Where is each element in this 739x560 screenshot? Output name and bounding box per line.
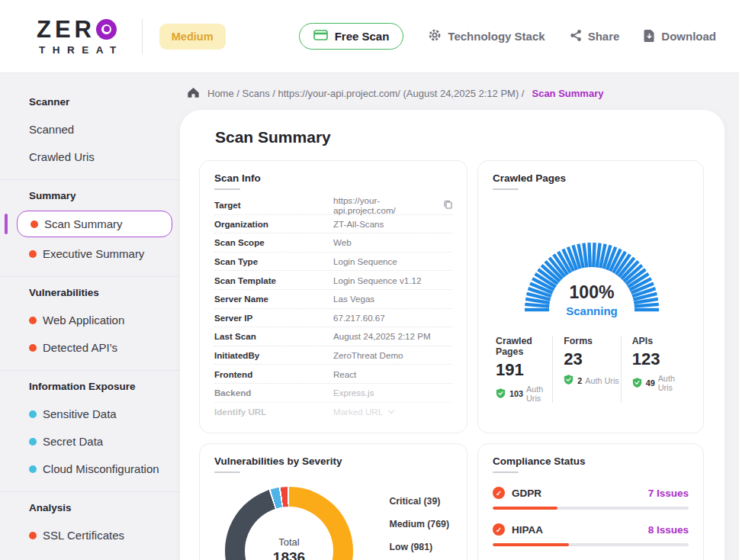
sidebar-item-ssl-certificates[interactable]: SSL Certificates: [0, 523, 180, 548]
sidebar-divider: [0, 370, 180, 371]
severity-donut-chart: Total 1836: [225, 487, 353, 560]
scan-summary-container: Scan Summary Scan Info Target https://yo…: [180, 110, 725, 560]
scan-info-row-scan-type: Scan Type Login Sequence: [214, 253, 452, 272]
shield-check-icon: [496, 388, 506, 401]
scan-info-row-scan-template: Scan Template Login Sequence v1.12: [214, 271, 452, 290]
severity-legend: Critical (39) Medium (769) Low (981) Inf…: [389, 487, 452, 560]
stat-apis: APIs 123 49 Auth Uris: [621, 336, 689, 403]
app-root: ZER THREAT Medium Free Scan Technology S…: [0, 0, 739, 560]
chevron-down-icon[interactable]: [388, 407, 394, 414]
sidebar-item-detected-apis[interactable]: Detected API’s: [0, 335, 180, 360]
gear-icon: [428, 28, 442, 44]
shield-check-icon: [632, 377, 643, 390]
sidebar-heading-information-exposure: Information Exposure: [0, 381, 180, 392]
donut-center: Total 1836: [245, 507, 333, 560]
sidebar-heading-scanner: Scanner: [0, 96, 180, 108]
sidebar: Scanner Scanned Crawled Uris Summary Sca…: [0, 73, 180, 560]
breadcrumb-path[interactable]: Home / Scans / https://your-api.project.…: [207, 88, 524, 99]
scan-info-row-target: Target https://your-api.project.com/: [214, 196, 452, 215]
gdpr-issues-link[interactable]: 7 Issues: [648, 488, 689, 499]
risk-level-badge: Medium: [159, 24, 226, 50]
sidebar-item-scan-summary[interactable]: Scan Summary: [17, 211, 172, 237]
compliance-status-card: Compliance Status ✓ GDPR 7 Issues: [477, 443, 704, 560]
scan-progress-gauge: 100% Scanning: [493, 205, 691, 317]
compliance-row-hipaa: ✓ HIPAA 8 Issues: [493, 523, 689, 546]
scan-info-row-last-scan: Last Scan August 24,2025 2:12 PM: [214, 327, 452, 346]
scan-info-row-server-ip: Server IP 67.217.60.67: [214, 309, 452, 328]
scan-info-row-initiated-by: InitiatedBy ZeroThreat Demo: [214, 346, 452, 365]
sidebar-divider: [0, 276, 180, 277]
top-bar: ZER THREAT Medium Free Scan Technology S…: [0, 0, 739, 73]
page-title: Scan Summary: [215, 128, 705, 146]
sidebar-item-cloud-misconfiguration[interactable]: Cloud Misconfiguration: [0, 456, 180, 481]
sidebar-divider: [0, 179, 180, 180]
sidebar-item-secret-data[interactable]: Secret Data: [0, 429, 180, 454]
sidebar-item-crawled-uris[interactable]: Crawled Uris: [0, 144, 180, 169]
title-underline: [493, 471, 519, 473]
hipaa-progress-bar: [493, 543, 689, 546]
scan-info-card: Scan Info Target https://your-api.projec…: [199, 160, 467, 433]
cyan-dot-icon: [29, 438, 37, 446]
header-actions: Free Scan Technology Stack Share Downloa…: [299, 23, 716, 50]
check-circle-icon: ✓: [493, 523, 505, 536]
logo-text-threat: THREAT: [37, 44, 124, 56]
title-underline: [214, 188, 240, 190]
red-dot-icon: [29, 344, 37, 352]
sidebar-item-executive-summary[interactable]: Executive Summary: [0, 241, 180, 266]
gauge-percent: 100%: [493, 282, 691, 303]
severity-title: Vulnerabilities by Severity: [214, 455, 452, 467]
sidebar-heading-analysis: Analysis: [0, 502, 180, 513]
red-dot-icon: [29, 532, 37, 539]
logo-target-icon: [96, 19, 117, 40]
download-button[interactable]: Download: [644, 29, 716, 44]
zerothreat-logo[interactable]: ZER THREAT: [37, 18, 124, 56]
content-area: Scanner Scanned Crawled Uris Summary Sca…: [0, 73, 739, 560]
gdpr-progress-bar: [493, 507, 689, 510]
copy-icon[interactable]: [444, 200, 452, 211]
home-icon[interactable]: [187, 86, 200, 101]
sidebar-item-sensitive-data[interactable]: Sensitive Data: [0, 401, 180, 426]
credit-card-icon: [313, 30, 328, 43]
sidebar-item-scanned[interactable]: Scanned: [0, 117, 180, 142]
logo-text-zer: ZER: [37, 18, 95, 41]
severity-body: Total 1836 Critical (39) Medium (769) Lo…: [214, 487, 452, 560]
red-dot-icon: [31, 220, 38, 228]
gauge-center: 100% Scanning: [493, 282, 691, 317]
scan-info-row-server-name: Server Name Las Vegas: [214, 290, 452, 309]
free-scan-button[interactable]: Free Scan: [299, 23, 404, 50]
compliance-row-gdpr: ✓ GDPR 7 Issues: [493, 487, 689, 510]
legend-low: Low (981): [389, 542, 449, 552]
header-divider: [142, 19, 143, 54]
hipaa-issues-link[interactable]: 8 Issues: [648, 524, 689, 536]
sidebar-divider: [0, 491, 180, 492]
share-button[interactable]: Share: [570, 29, 620, 44]
breadcrumb: Home / Scans / https://your-api.project.…: [180, 73, 739, 110]
compliance-rows: ✓ GDPR 7 Issues ✓ HIPAA 8 Iss: [493, 487, 689, 560]
legend-medium: Medium (769): [389, 519, 449, 529]
scan-info-row-frontend: Frontend React: [214, 365, 452, 384]
breadcrumb-current[interactable]: Scan Summary: [532, 88, 603, 99]
sidebar-item-web-application[interactable]: Web Application: [0, 307, 180, 333]
main-panel: Home / Scans / https://your-api.project.…: [180, 73, 739, 560]
stat-crawled-pages: Crawled Pages 191 103 Auth Uris: [493, 336, 552, 403]
sidebar-heading-vulnerabilities: Vulnerabilities: [0, 287, 180, 298]
stat-forms: Forms 23 2 Auth Uris: [552, 336, 620, 403]
cyan-dot-icon: [29, 465, 37, 473]
compliance-title: Compliance Status: [493, 455, 689, 467]
scan-info-row-organization: Organization ZT-All-Scans: [214, 215, 452, 234]
red-dot-icon: [29, 250, 37, 258]
sidebar-heading-summary: Summary: [0, 190, 180, 201]
shield-check-icon: [564, 374, 574, 387]
share-icon: [570, 29, 582, 44]
technology-stack-button[interactable]: Technology Stack: [428, 28, 545, 44]
crawled-pages-card: Crawled Pages 100% Scanning: [477, 160, 704, 433]
download-icon: [644, 29, 655, 44]
scan-info-row-identify-url: Identify URL Marked URL: [214, 403, 452, 422]
gauge-status: Scanning: [493, 304, 691, 317]
cyan-dot-icon: [29, 410, 37, 418]
scan-info-title: Scan Info: [214, 172, 452, 184]
check-circle-icon: ✓: [493, 487, 505, 499]
title-underline: [493, 188, 519, 190]
crawl-stats: Crawled Pages 191 103 Auth Uris Forms: [493, 336, 689, 403]
crawled-pages-title: Crawled Pages: [493, 172, 689, 184]
